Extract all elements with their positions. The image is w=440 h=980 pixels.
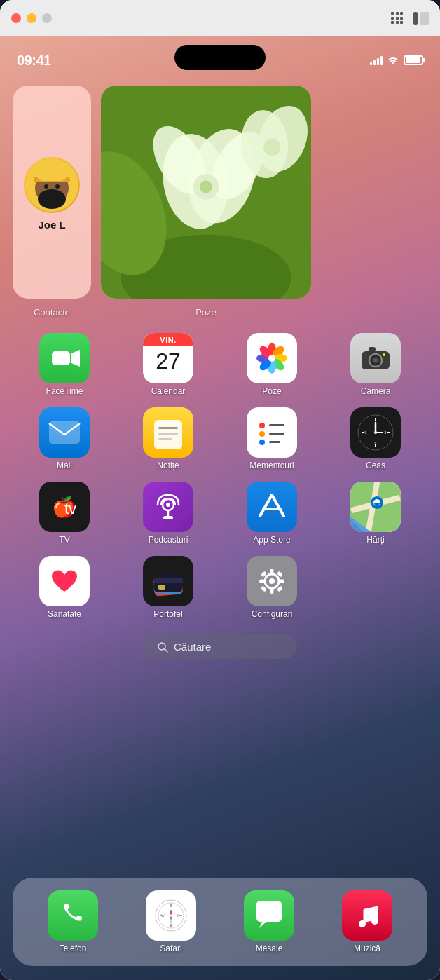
photos-widget[interactable] — [101, 86, 311, 299]
svg-point-2 — [38, 189, 66, 209]
photos-widget-image — [101, 86, 311, 299]
search-bar-container: Căutare — [13, 634, 427, 659]
svg-text:6: 6 — [375, 441, 377, 445]
svg-point-31 — [268, 355, 275, 362]
sidebar-icon[interactable] — [413, 12, 429, 25]
fullscreen-button[interactable] — [42, 13, 52, 23]
search-bar[interactable]: Căutare — [143, 634, 297, 659]
reminders-label: Mementouri — [249, 461, 294, 470]
photos-widget-col: Poze — [101, 86, 311, 318]
home-screen: Joe L Contacte — [0, 74, 440, 980]
photos-label: Poze — [262, 386, 281, 396]
app-wallet[interactable]: Portofel — [116, 552, 220, 623]
close-button[interactable] — [11, 13, 21, 23]
svg-line-97 — [165, 649, 167, 652]
music-icon — [342, 890, 392, 941]
svg-rect-38 — [49, 421, 80, 444]
svg-point-16 — [200, 180, 212, 193]
tv-label: TV — [59, 535, 69, 545]
dock-messages[interactable]: Mesaje — [241, 887, 297, 956]
dock: Telefon N S — [13, 878, 427, 966]
window-controls-right — [391, 12, 429, 25]
svg-point-62 — [374, 431, 377, 434]
svg-point-37 — [383, 353, 385, 356]
dock-safari[interactable]: N S E W Safari — [143, 887, 199, 956]
minimize-button[interactable] — [27, 13, 36, 23]
appstore-icon — [247, 482, 297, 532]
phone-screen: 09:41 — [0, 36, 440, 980]
camera-icon — [350, 333, 401, 383]
svg-text:W: W — [161, 913, 165, 918]
svg-rect-49 — [269, 441, 280, 443]
appstore-label: App Store — [253, 535, 290, 545]
podcasts-label: Podcasturi — [149, 535, 188, 545]
contacts-widget[interactable]: Joe L — [13, 86, 91, 299]
svg-point-44 — [259, 423, 265, 428]
svg-rect-91 — [279, 580, 284, 583]
app-maps[interactable]: Hărți — [324, 477, 427, 549]
app-reminders[interactable]: Mementouri — [220, 403, 324, 475]
wallet-label: Portofel — [153, 609, 182, 619]
svg-rect-40 — [158, 427, 178, 429]
app-tv[interactable]: 🍎 tv TV — [13, 477, 116, 549]
traffic-lights — [11, 13, 52, 23]
apps-grid: FaceTime VIN. 27 Calendar — [13, 329, 427, 623]
app-appstore[interactable]: App Store — [220, 477, 324, 549]
svg-point-35 — [373, 358, 378, 363]
app-photos[interactable]: Poze — [220, 329, 324, 400]
photos-widget-label: Poze — [101, 307, 311, 318]
clock-label: Ceas — [366, 461, 385, 470]
svg-point-5 — [44, 184, 48, 189]
dock-phone[interactable]: Telefon — [45, 887, 101, 956]
settings-label: Configurări — [252, 609, 293, 619]
grid-icon[interactable] — [391, 12, 404, 25]
app-camera[interactable]: Cameră — [324, 329, 427, 400]
svg-point-19 — [263, 139, 280, 156]
app-notes[interactable]: Notițe — [116, 403, 220, 475]
svg-line-69 — [260, 495, 272, 516]
svg-rect-90 — [259, 580, 265, 583]
photos-icon — [247, 333, 297, 383]
app-facetime[interactable]: FaceTime — [13, 329, 116, 400]
app-settings[interactable]: Configurări — [220, 552, 324, 623]
app-podcasts[interactable]: Podcasturi — [116, 477, 220, 549]
notes-label: Notițe — [157, 461, 179, 470]
calendar-day-name: VIN. — [143, 333, 193, 346]
contacts-widget-col: Joe L Contacte — [13, 86, 91, 318]
app-mail[interactable]: Mail — [13, 403, 116, 475]
music-label: Muzică — [354, 944, 380, 953]
dock-music[interactable]: Muzică — [339, 887, 395, 956]
svg-rect-89 — [270, 588, 274, 594]
tv-icon: 🍎 tv — [39, 482, 90, 532]
phone-label: Telefon — [60, 944, 87, 953]
svg-text:9: 9 — [365, 430, 367, 435]
safari-label: Safari — [160, 944, 181, 953]
app-clock[interactable]: 12 3 6 9 Ceas — [324, 403, 427, 475]
wifi-icon — [387, 55, 399, 67]
mail-icon — [39, 407, 90, 458]
svg-rect-41 — [158, 433, 178, 435]
titlebar — [0, 0, 440, 36]
mail-label: Mail — [57, 461, 72, 470]
svg-point-46 — [259, 431, 265, 437]
health-icon — [39, 556, 90, 606]
search-label: Căutare — [174, 641, 211, 653]
svg-rect-20 — [52, 351, 70, 365]
calendar-label: Calendar — [151, 386, 186, 396]
svg-rect-4 — [36, 168, 67, 181]
svg-rect-47 — [269, 433, 284, 435]
app-health[interactable]: Sănătate — [13, 552, 116, 623]
search-icon — [157, 641, 168, 653]
svg-rect-68 — [163, 516, 173, 519]
camera-label: Cameră — [361, 386, 391, 396]
app-calendar[interactable]: VIN. 27 Calendar — [116, 329, 220, 400]
facetime-label: FaceTime — [46, 386, 83, 396]
status-time: 09:41 — [17, 53, 51, 69]
svg-point-48 — [259, 440, 265, 445]
svg-rect-45 — [269, 424, 284, 426]
dynamic-island — [174, 45, 266, 70]
status-icons — [370, 55, 423, 67]
widgets-row: Joe L Contacte — [13, 86, 427, 318]
messages-label: Mesaje — [256, 944, 283, 953]
messages-icon — [244, 890, 294, 941]
